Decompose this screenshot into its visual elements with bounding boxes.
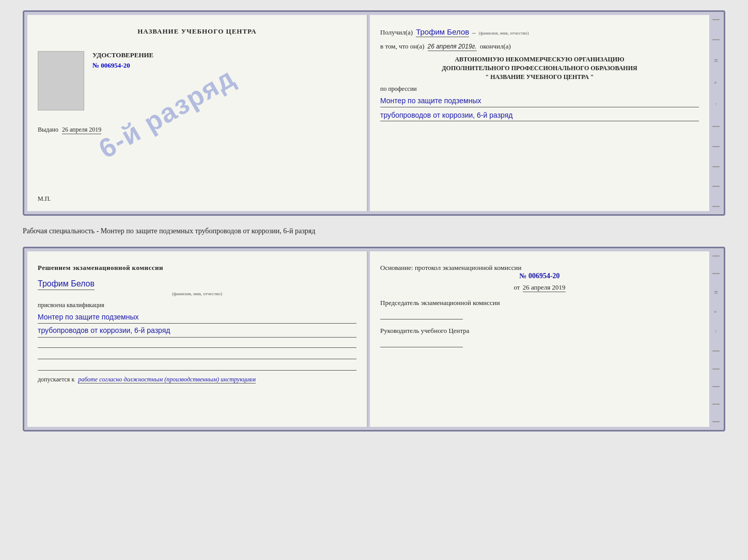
top-document: НАЗВАНИЕ УЧЕБНОГО ЦЕНТРА УДОСТОВЕРЕНИЕ №… [23,10,725,216]
bot-side-line-1 [712,255,720,257]
side-char-a: а [713,82,719,84]
right-top-content: Получил(а) Трофим Белов – (фамилия, имя,… [380,27,699,121]
blank-line-3 [38,361,356,371]
bottom-person-name: Трофим Белов [38,279,95,290]
side-line-6 [712,186,720,187]
cert-photo [38,51,84,110]
completion-date: 26 апреля 2019г. [428,43,477,51]
completion-line: в том, что он(а) 26 апреля 2019г. окончи… [380,42,699,51]
issued-date: 26 апреля 2019 [62,126,101,134]
mp-line: М.П. [38,195,51,203]
institution-line3: " НАЗВАНИЕ УЧЕБНОГО ЦЕНТРА " [380,73,699,82]
side-line-7 [712,206,720,207]
side-decoration: И а ← [711,15,721,211]
side-char-i: И [713,59,719,62]
protocol-date: от 26 апреля 2019 [380,283,699,292]
cert-number: № 006954-20 [92,61,356,70]
top-left-page: НАЗВАНИЕ УЧЕБНОГО ЦЕНТРА УДОСТОВЕРЕНИЕ №… [27,15,368,211]
name-sublabel: (фамилия, имя, отчество) [479,30,529,36]
date-value: 26 апреля 2019 [523,283,566,292]
chairman-block: Председатель экзаменационной комиссии [380,299,699,319]
side-line-4 [712,146,720,147]
side-line-5 [712,166,720,167]
cert-info: УДОСТОВЕРЕНИЕ № 006954-20 [92,51,356,110]
institution-line2: ДОПОЛНИТЕЛЬНОГО ПРОФЕССИОНАЛЬНОГО ОБРАЗО… [380,64,699,73]
side-line-3 [712,126,720,127]
finished-label: окончил(а) [480,42,511,51]
side-line-1 [712,19,720,20]
rukovoditel-title: Руководитель учебного Центра [380,327,699,335]
decision-title: Решением экзаменационной комиссии [38,264,356,272]
bot-side-line-2 [712,273,720,274]
blank-line-2 [38,350,356,359]
bot-side-line-4 [712,369,720,370]
chairman-signature [380,310,463,319]
bot-side-line-3 [712,350,720,351]
top-left-header: НАЗВАНИЕ УЧЕБНОГО ЦЕНТРА [38,27,356,36]
between-label: Рабочая специальность - Монтер по защите… [23,224,725,238]
recipient-name: Трофим Белов [416,27,469,37]
qual-line2: трубопроводов от коррозии, 6-й разряд [38,325,356,338]
in-that-label: в том, что он(а) [380,42,425,51]
side-char-arrow: ← [713,102,719,107]
profession-label: по профессии [380,85,699,93]
bot-side-line-6 [712,404,720,405]
cert-title: УДОСТОВЕРЕНИЕ [92,51,356,59]
qual-line1: Монтер по защите подземных [38,311,356,324]
osnowanie-title: Основание: протокол экзаменационной коми… [380,264,699,272]
bottom-left-page: Решением экзаменационной комиссии Трофим… [27,251,368,427]
date-prefix: от [513,283,520,291]
допускается-value: работе согласно должностным (производств… [78,376,256,383]
institution-line1: АВТОНОМНУЮ НЕКОММЕРЧЕСКУЮ ОРГАНИЗАЦИЮ [380,55,699,64]
bot-side-line-7 [712,421,720,422]
profession-line2: трубопроводов от коррозии, 6-й разряд [380,109,699,121]
bot-side-line-5 [712,386,720,387]
chairman-title: Председатель экзаменационной комиссии [380,299,699,307]
top-right-page: Получил(а) Трофим Белов – (фамилия, имя,… [370,15,709,211]
bot-side-char-i: И [713,291,719,294]
bottom-document: Решением экзаменационной комиссии Трофим… [23,247,725,431]
protocol-number: № 006954-20 [380,272,699,280]
допускается-prefix: допускается к [38,376,74,383]
bottom-side-decoration: И а ← [711,251,721,427]
bottom-right-page: Основание: протокол экзаменационной коми… [370,251,709,427]
rukovoditel-block: Руководитель учебного Центра [380,327,699,347]
profession-line1: Монтер по защите подземных [380,95,699,107]
issued-label: Выдано [38,126,58,133]
rukovoditel-signature [380,338,463,347]
bot-side-char-arrow: ← [713,329,719,334]
received-label: Получил(а) [380,28,413,37]
side-line-2 [712,39,720,40]
bot-side-char-a: а [713,311,719,313]
institution-block: АВТОНОМНУЮ НЕКОММЕРЧЕСКУЮ ОРГАНИЗАЦИЮ ДО… [380,55,699,81]
received-line: Получил(а) Трофим Белов – (фамилия, имя,… [380,27,699,37]
cert-issued: Выдано 26 апреля 2019 [38,126,356,134]
blank-line-1 [38,339,356,348]
bottom-name-sub: (фамилия, имя, отчество) [38,291,356,296]
qualification-label: присвоена квалификация [38,301,356,309]
cert-middle: УДОСТОВЕРЕНИЕ № 006954-20 [38,51,356,110]
допускается-line: допускается к работе согласно должностны… [38,376,356,383]
